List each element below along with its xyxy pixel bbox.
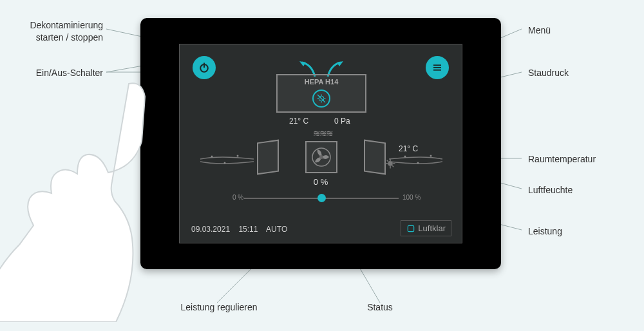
svg-marker-16 (337, 61, 343, 66)
room-temp-value: 21° C (399, 144, 418, 153)
prefilter-left-graphic (257, 140, 279, 175)
status-date: 09.03.2021 (191, 225, 230, 234)
slider-max-label: 100 % (402, 194, 421, 201)
callout-leistung: Leistung (528, 225, 562, 238)
svg-point-31 (388, 161, 393, 166)
callout-menu: Menü (528, 24, 551, 37)
hand-pointer-graphic (0, 77, 155, 322)
svg-point-28 (404, 156, 406, 158)
status-bar: 09.03.2021 15:11 AUTO (191, 225, 294, 234)
callout-power: Ein/Aus-Schalter (19, 67, 103, 79)
svg-marker-15 (299, 61, 306, 66)
brand-logo-icon (406, 224, 415, 233)
power-slider-thumb[interactable] (317, 194, 326, 202)
brand-badge: Luftklar (401, 220, 451, 236)
status-mode: AUTO (266, 225, 287, 234)
status-time: 15:11 (238, 225, 258, 234)
exhaust-temp-value: 21° C (289, 117, 308, 126)
decontamination-button[interactable] (312, 90, 330, 108)
callout-leistung-reg: Leistung regulieren (167, 301, 270, 314)
brand-text: Luftklar (418, 223, 446, 233)
svg-point-25 (211, 156, 213, 158)
hepa-filter-graphic: HEPA H14 (276, 74, 366, 113)
fan-graphic (305, 141, 337, 173)
callout-staudruck: Staudruck (528, 67, 569, 79)
fan-icon (311, 147, 332, 167)
svg-rect-38 (408, 225, 414, 231)
svg-line-37 (392, 166, 393, 167)
hepa-label: HEPA H14 (278, 78, 365, 86)
power-icon (198, 61, 211, 74)
virus-particle-icon (384, 158, 396, 169)
svg-point-29 (417, 162, 419, 164)
callout-status: Status (354, 301, 406, 314)
airflow-left-icon (199, 154, 257, 164)
svg-point-26 (224, 162, 226, 164)
callout-luftfeuchte: Luftfeuchte (528, 184, 573, 196)
device-frame: HEPA H14 21° C 0 Pa ≋≋≋ (140, 18, 501, 269)
hamburger-icon (431, 62, 443, 73)
touchscreen: HEPA H14 21° C 0 Pa ≋≋≋ (179, 44, 462, 243)
pressure-value: 0 Pa (334, 117, 350, 126)
callout-raumtemp: Raumtemperatur (528, 153, 596, 166)
svg-point-30 (430, 155, 432, 157)
power-button[interactable] (193, 56, 216, 79)
callout-decontam: Dekontaminierung starten / stoppen (19, 19, 103, 44)
virus-slash-icon (316, 93, 327, 104)
svg-point-27 (237, 155, 239, 157)
slider-min-label: 0 % (232, 194, 243, 201)
svg-line-36 (387, 160, 388, 162)
menu-button[interactable] (426, 56, 449, 79)
svg-point-24 (319, 155, 323, 159)
heater-icon: ≋≋≋ (313, 128, 332, 138)
power-percent-value: 0 % (180, 177, 462, 187)
prefilter-right-graphic (364, 140, 386, 175)
